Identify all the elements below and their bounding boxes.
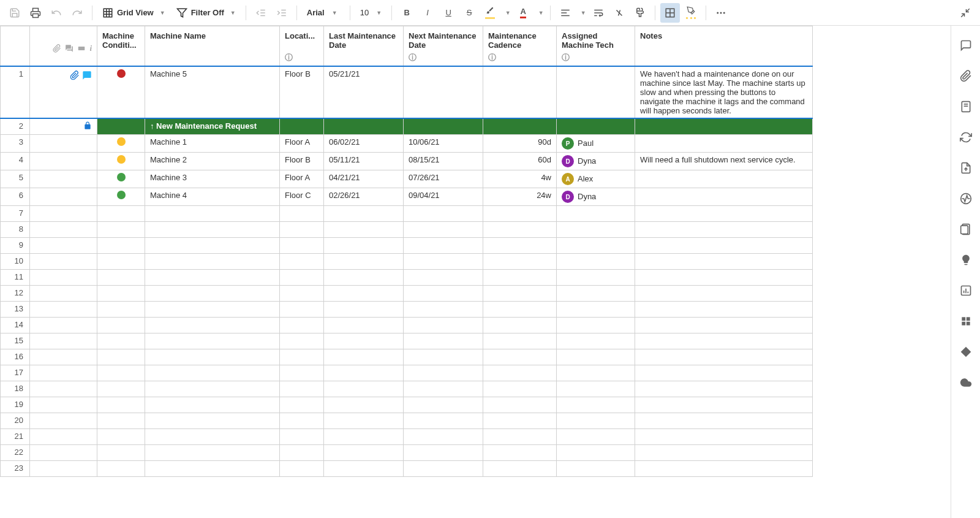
- cell[interactable]: [97, 254, 145, 270]
- row-number[interactable]: 6: [1, 188, 30, 206]
- cell[interactable]: [635, 238, 813, 254]
- cell[interactable]: [145, 381, 280, 397]
- row-number[interactable]: 9: [1, 238, 30, 254]
- cell[interactable]: [97, 238, 145, 254]
- table-row[interactable]: 23: [1, 461, 813, 477]
- cell[interactable]: [404, 461, 483, 477]
- cell[interactable]: Machine 2: [145, 153, 280, 170]
- row-number[interactable]: 22: [1, 445, 30, 461]
- col-condition[interactable]: Machine Conditi...: [97, 26, 145, 67]
- cell[interactable]: [145, 445, 280, 461]
- indent-button[interactable]: [272, 3, 292, 23]
- cell[interactable]: [145, 206, 280, 222]
- cell[interactable]: [280, 333, 324, 349]
- row-number[interactable]: 20: [1, 413, 30, 429]
- cell[interactable]: [97, 333, 145, 349]
- row-number[interactable]: 1: [1, 66, 30, 118]
- cell[interactable]: [635, 188, 813, 206]
- grid[interactable]: i Machine Conditi... Machine Name Locati…: [0, 26, 951, 518]
- cell[interactable]: [97, 135, 145, 153]
- cell[interactable]: [145, 333, 280, 349]
- cell[interactable]: ↑ New Maintenance Request: [145, 118, 280, 135]
- cell[interactable]: [324, 238, 404, 254]
- cell[interactable]: [483, 429, 557, 445]
- cell[interactable]: DDyna: [557, 153, 635, 170]
- cell[interactable]: Machine 5: [145, 66, 280, 118]
- cell[interactable]: [483, 66, 557, 118]
- row-number[interactable]: 10: [1, 254, 30, 270]
- table-row[interactable]: 14: [1, 318, 813, 333]
- cell[interactable]: [404, 445, 483, 461]
- cell[interactable]: [97, 66, 145, 118]
- cell[interactable]: [280, 349, 324, 365]
- font-size-select[interactable]: 10▼: [355, 8, 386, 17]
- cell[interactable]: [404, 286, 483, 302]
- row-number[interactable]: 17: [1, 365, 30, 381]
- cell[interactable]: [324, 302, 404, 318]
- cell[interactable]: [557, 238, 635, 254]
- cell[interactable]: [483, 238, 557, 254]
- cell[interactable]: [404, 381, 483, 397]
- cell[interactable]: [635, 445, 813, 461]
- cell[interactable]: [483, 222, 557, 238]
- cell[interactable]: Machine 3: [145, 170, 280, 188]
- cell[interactable]: [145, 461, 280, 477]
- cell[interactable]: [557, 222, 635, 238]
- cell[interactable]: [97, 118, 145, 135]
- row-number[interactable]: 7: [1, 206, 30, 222]
- cell[interactable]: 02/26/21: [324, 188, 404, 206]
- row-number[interactable]: 4: [1, 153, 30, 170]
- cell[interactable]: [404, 222, 483, 238]
- cell[interactable]: [97, 286, 145, 302]
- activity-panel-button[interactable]: [956, 189, 976, 208]
- cell[interactable]: [404, 238, 483, 254]
- align-button[interactable]: [556, 3, 575, 23]
- cell[interactable]: [324, 286, 404, 302]
- cell[interactable]: [280, 365, 324, 381]
- col-next[interactable]: Next Maintenance Dateⓘ: [404, 26, 483, 67]
- cell[interactable]: [145, 222, 280, 238]
- cell[interactable]: [635, 254, 813, 270]
- cell[interactable]: [635, 381, 813, 397]
- attachments-panel-button[interactable]: [956, 66, 976, 86]
- cell[interactable]: [483, 445, 557, 461]
- cell[interactable]: [557, 429, 635, 445]
- cell[interactable]: [404, 365, 483, 381]
- font-select[interactable]: Arial▼: [302, 8, 345, 17]
- cell[interactable]: [557, 270, 635, 286]
- summary-panel-button[interactable]: [956, 219, 976, 239]
- cell[interactable]: [280, 238, 324, 254]
- cell[interactable]: [557, 66, 635, 118]
- info-icon[interactable]: ⓘ: [285, 52, 318, 63]
- cell[interactable]: [404, 413, 483, 429]
- conditional-format-button[interactable]: [660, 3, 680, 23]
- cell[interactable]: [557, 318, 635, 333]
- cell[interactable]: [635, 429, 813, 445]
- italic-button[interactable]: I: [418, 3, 437, 23]
- cell[interactable]: [635, 318, 813, 333]
- table-row[interactable]: 22: [1, 445, 813, 461]
- cell[interactable]: [483, 318, 557, 333]
- cell[interactable]: [280, 286, 324, 302]
- table-row[interactable]: 8: [1, 222, 813, 238]
- cell[interactable]: [145, 365, 280, 381]
- cell[interactable]: [483, 349, 557, 365]
- cell[interactable]: Floor A: [280, 170, 324, 188]
- redo-button[interactable]: [67, 3, 87, 23]
- row-number[interactable]: 11: [1, 270, 30, 286]
- row-number[interactable]: 5: [1, 170, 30, 188]
- text-color-button[interactable]: A: [513, 3, 533, 23]
- cell[interactable]: [324, 118, 404, 135]
- cell[interactable]: [635, 365, 813, 381]
- cell[interactable]: [404, 397, 483, 413]
- fill-color-button[interactable]: [480, 3, 500, 23]
- row-number[interactable]: 15: [1, 333, 30, 349]
- row-number[interactable]: 12: [1, 286, 30, 302]
- outdent-button[interactable]: [251, 3, 271, 23]
- cell[interactable]: [145, 254, 280, 270]
- cell[interactable]: [97, 153, 145, 170]
- cell[interactable]: [324, 270, 404, 286]
- cell[interactable]: [280, 445, 324, 461]
- cell[interactable]: 10/06/21: [404, 135, 483, 153]
- cell[interactable]: [324, 206, 404, 222]
